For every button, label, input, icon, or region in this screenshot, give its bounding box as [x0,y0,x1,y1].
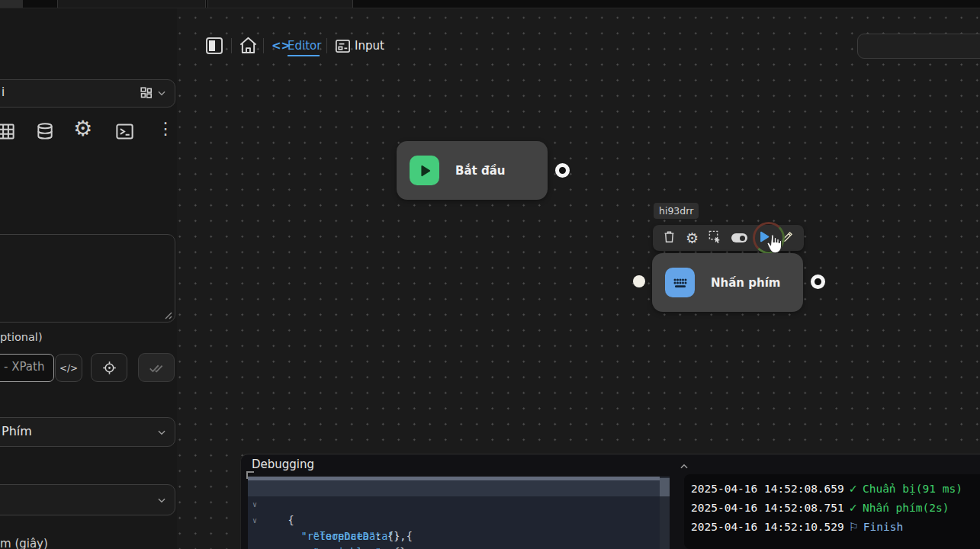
input-form-icon [334,37,352,58]
tab-editor-underline [288,55,320,56]
secondary-select[interactable] [0,484,175,515]
json-row[interactable]: "loopData": {}, [248,512,670,528]
json-row[interactable]: ∨ "referenceData": { [248,496,670,512]
chevron-down-icon[interactable] [156,426,167,441]
toolbar-divider [231,38,232,53]
log-entry: 2025-04-16 14:52:08.659 ✓ Chuẩn bị(91 ms… [691,480,962,499]
play-icon [410,156,439,185]
selector-input-value: - XPath [4,360,44,374]
select-element-icon[interactable] [708,230,722,247]
search-input[interactable] [857,34,980,59]
blocks-grid-icon[interactable] [139,85,153,103]
log-timestamp: 2025-04-16 14:52:10.529 [691,518,844,537]
start-block-label: Bắt đầu [455,164,506,178]
block-settings-gear-icon[interactable]: ⚙ [686,231,699,246]
double-check-icon [148,359,165,376]
hand-cursor [763,232,786,259]
keypress-block[interactable]: Nhấn phím [652,253,803,312]
debugging-title: Debugging [252,458,314,471]
keyboard-icon [665,268,695,297]
collapse-panel-chevron-icon[interactable] [678,461,690,475]
json-row[interactable]: ∨ { [248,480,670,496]
delete-block-icon[interactable] [662,230,676,247]
debug-log-list: 2025-04-16 14:52:08.659 ✓ Chuẩn bị(91 ms… [684,474,980,549]
element-picker-button[interactable] [91,353,127,382]
log-timestamp: 2025-04-16 14:52:08.659 [691,480,844,499]
browser-tab[interactable] [57,0,206,8]
home-icon[interactable] [238,35,259,59]
browser-tab-strip [0,0,980,8]
settings-gear-icon[interactable]: ⚙ [73,118,92,140]
chevron-down-icon[interactable] [156,494,167,509]
verify-selector-button[interactable] [138,353,175,382]
debug-json-tree[interactable]: ∨ { ∨ "referenceData": { "loopData": {},… [248,477,670,549]
log-entry: 2025-04-16 14:52:10.529 ⚐ Finish [691,518,903,537]
check-icon: ✓ [849,480,858,499]
log-entry: 2025-04-16 14:52:08.751 ✓ Nhấn phím(2s) [691,499,949,518]
tab-editor[interactable]: Editor [288,39,321,53]
description-textarea[interactable] [0,234,175,323]
crosshair-icon [101,360,117,376]
keypress-block-input-port[interactable] [633,275,645,287]
start-block[interactable]: Bắt đầu [397,141,548,200]
terminal-icon[interactable] [114,121,135,145]
block-id-tooltip: hi93drr [654,203,699,219]
resize-handle-icon[interactable] [164,311,172,319]
code-selector-button[interactable]: </> [55,354,82,382]
table-icon[interactable] [0,121,16,145]
chevron-down-icon[interactable] [156,87,167,101]
log-message: Finish [863,518,903,537]
optional-label: ptional) [0,331,43,343]
kebab-menu-icon[interactable]: ⋮ [157,120,174,138]
sidebar-toggle-fill [209,40,215,51]
key-select-value: Phím [2,424,32,438]
json-row[interactable]: "prevBlockData": "" [248,544,670,549]
browser-tab[interactable] [207,0,353,8]
toolbar-divider [326,38,327,53]
sidebar-toggle-icon[interactable] [206,37,223,54]
enable-toggle-icon[interactable] [731,233,747,242]
log-timestamp: 2025-04-16 14:52:08.751 [691,499,844,518]
toolbar-divider [263,38,264,53]
tab-strip-left-segment [0,0,23,8]
flag-icon: ⚐ [849,518,859,537]
check-icon: ✓ [849,499,858,518]
tab-input[interactable]: Input [355,39,384,53]
json-row[interactable]: "variables": {}, [248,528,670,544]
keypress-block-label: Nhấn phím [711,276,780,290]
json-scrollbar-thumb[interactable] [660,478,670,496]
delay-seconds-label: m (giây) [0,537,48,549]
log-message: Chuẩn bị(91 ms) [863,480,962,499]
json-scrollbar-track[interactable] [660,477,670,549]
workflow-select-value: i [2,85,5,99]
start-block-output-port[interactable] [555,163,570,178]
keypress-block-output-port[interactable] [811,274,825,289]
log-message: Nhấn phím(2s) [863,499,949,518]
database-icon[interactable] [35,121,55,145]
